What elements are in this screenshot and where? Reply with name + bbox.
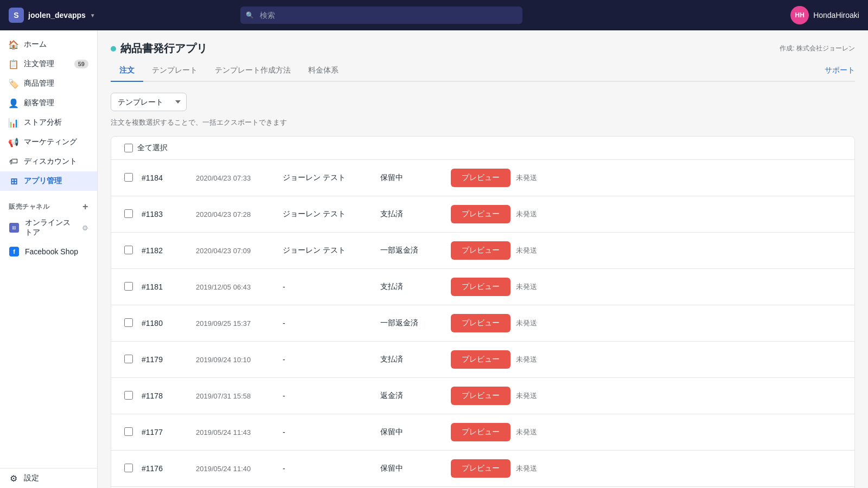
template-select[interactable]: テンプレート — [111, 93, 187, 111]
tab-template[interactable]: テンプレート — [143, 60, 206, 82]
app-title: 納品書発行アプリ — [120, 41, 207, 56]
preview-button[interactable]: プレビュー — [451, 278, 510, 296]
marketing-label: マーケティング — [24, 137, 77, 147]
main-content: 納品書発行アプリ 作成: 株式会社ジョーレン 注文 テンプレート テンプレート作… — [98, 30, 868, 488]
order-date: 2019/05/24 11:40 — [196, 465, 283, 473]
order-customer: ジョーレン テスト — [283, 246, 380, 255]
order-date: 2019/09/25 15:37 — [196, 319, 283, 328]
settings-label: 設定 — [24, 473, 39, 483]
add-channel-button[interactable]: + — [82, 202, 88, 211]
row-checkbox-7[interactable] — [124, 427, 133, 436]
order-preview-cell: プレビュー — [451, 387, 516, 405]
preview-button[interactable]: プレビュー — [451, 423, 510, 441]
row-checkbox-6[interactable] — [124, 391, 133, 400]
discount-icon: 🏷 — [9, 157, 18, 166]
sidebar-item-customers[interactable]: 👤 顧客管理 — [0, 93, 97, 113]
row-checkbox-2[interactable] — [124, 246, 133, 254]
sidebar-item-facebook-shop[interactable]: f Facebook Shop — [0, 242, 97, 261]
preview-button[interactable]: プレビュー — [451, 205, 510, 223]
sidebar: 🏠 ホーム 📋 注文管理 59 🏷️ 商品管理 👤 顧客管理 📊 ストア分析 📢… — [0, 30, 98, 488]
search-input[interactable] — [240, 7, 522, 24]
select-all-row: 全て選択 — [111, 137, 854, 160]
apps-label: アプリ管理 — [24, 176, 62, 186]
row-checkbox-1[interactable] — [124, 209, 133, 218]
sidebar-item-home[interactable]: 🏠 ホーム — [0, 35, 97, 54]
tab-bar: 注文 テンプレート テンプレート作成方法 料金体系 サポート — [111, 60, 855, 82]
preview-button[interactable]: プレビュー — [451, 169, 510, 187]
preview-button[interactable]: プレビュー — [451, 241, 510, 260]
sidebar-item-settings[interactable]: ⚙ 設定 — [0, 468, 97, 488]
order-status: 一部返金済 — [380, 246, 451, 255]
sidebar-item-marketing[interactable]: 📢 マーケティング — [0, 132, 97, 152]
store-logo[interactable]: S joolen_devapps ▼ — [9, 8, 106, 23]
sidebar-item-orders[interactable]: 📋 注文管理 59 — [0, 54, 97, 74]
online-store-settings-icon[interactable]: ⚙ — [82, 224, 88, 232]
table-row: #1182 2020/04/23 07:09 ジョーレン テスト 一部返金済 プ… — [111, 233, 854, 269]
customers-icon: 👤 — [9, 98, 18, 108]
table-row: #1179 2019/09/24 10:10 - 支払済 プレビュー 未発送 — [111, 342, 854, 378]
row-checkbox-8[interactable] — [124, 464, 133, 472]
support-link[interactable]: サポート — [825, 66, 855, 75]
row-checkbox-0[interactable] — [124, 173, 133, 182]
table-row: #1181 2019/12/05 06:43 - 支払済 プレビュー 未発送 — [111, 269, 854, 305]
discount-label: ディスカウント — [24, 157, 77, 166]
sidebar-item-online-store[interactable]: ⊞ オンラインストア ⚙ — [0, 214, 97, 242]
order-customer: - — [283, 464, 380, 473]
apps-icon: ⊞ — [9, 176, 18, 186]
products-label: 商品管理 — [24, 79, 54, 88]
app-header: 納品書発行アプリ 作成: 株式会社ジョーレン — [111, 41, 855, 56]
table-row: #1180 2019/09/25 15:37 - 一部返金済 プレビュー 未発送 — [111, 305, 854, 342]
order-status: 保留中 — [380, 427, 451, 437]
tab-orders[interactable]: 注文 — [111, 60, 143, 82]
preview-button[interactable]: プレビュー — [451, 459, 510, 478]
order-customer: - — [283, 282, 380, 291]
order-sent-status: 未発送 — [516, 282, 559, 292]
order-date: 2019/12/05 06:43 — [196, 283, 283, 291]
sidebar-item-discount[interactable]: 🏷 ディスカウント — [0, 152, 97, 171]
preview-button[interactable]: プレビュー — [451, 387, 510, 405]
order-id: #1180 — [142, 319, 196, 328]
settings-section: ⚙ 設定 — [0, 468, 97, 488]
order-date: 2020/04/23 07:09 — [196, 247, 283, 255]
order-date: 2020/04/23 07:33 — [196, 174, 283, 182]
home-icon: 🏠 — [9, 40, 18, 49]
order-id: #1184 — [142, 174, 196, 182]
table-row: #1178 2019/07/31 15:58 - 返金済 プレビュー 未発送 — [111, 378, 854, 414]
order-date: 2019/09/24 10:10 — [196, 356, 283, 364]
order-customer: - — [283, 428, 380, 436]
order-customer: - — [283, 391, 380, 400]
sidebar-item-products[interactable]: 🏷️ 商品管理 — [0, 74, 97, 93]
sales-channels-label: 販売チャネル — [9, 202, 49, 211]
preview-button[interactable]: プレビュー — [451, 314, 510, 332]
order-preview-cell: プレビュー — [451, 241, 516, 260]
order-status: 支払済 — [380, 355, 451, 364]
order-id: #1176 — [142, 464, 196, 473]
row-checkbox-4[interactable] — [124, 318, 133, 327]
order-customer: - — [283, 355, 380, 364]
analytics-label: ストア分析 — [24, 118, 62, 127]
row-checkbox-wrap — [124, 209, 142, 220]
row-checkbox-wrap — [124, 173, 142, 183]
preview-button[interactable]: プレビュー — [451, 350, 510, 369]
store-dropdown-icon[interactable]: ▼ — [90, 12, 95, 18]
select-all-label: 全て選択 — [137, 143, 168, 153]
row-checkbox-3[interactable] — [124, 282, 133, 291]
status-dot — [111, 46, 116, 52]
order-status: 保留中 — [380, 173, 451, 183]
user-menu[interactable]: HH HondaHiroaki — [790, 6, 859, 24]
sidebar-item-apps[interactable]: ⊞ アプリ管理 — [0, 171, 97, 191]
sidebar-item-analytics[interactable]: 📊 ストア分析 — [0, 113, 97, 132]
order-status: 返金済 — [380, 391, 451, 401]
order-customer: ジョーレン テスト — [283, 209, 380, 219]
order-preview-cell: プレビュー — [451, 205, 516, 223]
select-all-checkbox[interactable] — [124, 144, 133, 152]
orders-table: 全て選択 #1184 2020/04/23 07:33 ジョーレン テスト 保留… — [111, 136, 855, 488]
row-checkbox-wrap — [124, 318, 142, 329]
order-sent-status: 未発送 — [516, 391, 559, 401]
tab-template-create[interactable]: テンプレート作成方法 — [206, 60, 299, 82]
products-icon: 🏷️ — [9, 79, 18, 88]
tab-pricing[interactable]: 料金体系 — [299, 60, 347, 82]
row-checkbox-5[interactable] — [124, 355, 133, 363]
row-checkbox-wrap — [124, 246, 142, 256]
orders-badge: 59 — [74, 60, 88, 68]
